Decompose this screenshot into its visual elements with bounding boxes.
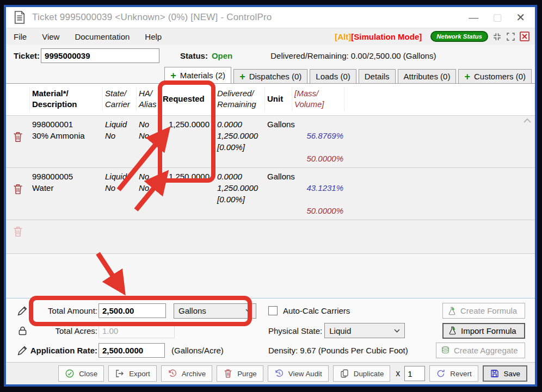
cell-requested[interactable]: 1,250.0000 (161, 171, 215, 216)
trash-icon (223, 369, 233, 378)
tab-loads-label: Loads (0) (316, 72, 350, 81)
total-amount-unit-select[interactable]: Gallons (174, 303, 256, 319)
compress-icon[interactable] (492, 32, 502, 41)
duplicate-button[interactable]: Duplicate (333, 365, 391, 382)
total-acres-input (98, 323, 175, 338)
save-label: Save (504, 370, 520, 378)
plus-icon: + (239, 73, 245, 80)
col-header-ha-alias: HA/ Alias (137, 87, 161, 111)
physical-state-select[interactable]: Liquid (324, 323, 405, 338)
menu-help[interactable]: Help (145, 32, 162, 41)
revert-button[interactable]: Revert (429, 365, 478, 382)
duplicate-multiplier-label: x (396, 369, 400, 378)
minimize-button[interactable]: — (469, 13, 478, 22)
ticket-header-row: Ticket: Status: Open Delivered/Remaining… (6, 45, 535, 67)
delivered-remaining-text: Delivered/Remaining: 0.00/2,500.00 (Gall… (270, 51, 436, 60)
flask-import-icon (448, 326, 457, 335)
aggregate-stack-icon (441, 346, 450, 356)
create-aggregate-label: Create Aggregate (454, 346, 518, 355)
table-empty-space (6, 253, 535, 298)
import-formula-button[interactable]: Import Formula (442, 323, 525, 339)
cell-unit: Gallons (265, 119, 292, 164)
density-text: Density: 9.67 (Pounds Per Cubic Foot) (268, 346, 408, 355)
export-button[interactable]: Export (108, 365, 157, 382)
document-icon (14, 10, 26, 24)
plus-icon: + (464, 73, 470, 80)
create-formula-label: Create Formula (460, 306, 517, 315)
close-panel-icon[interactable] (520, 32, 529, 41)
cell-mass-volume: 56.8769% 50.0000% (292, 119, 344, 164)
col-header-material: Material*/ Description (30, 87, 103, 111)
scroll-up-icon[interactable] (523, 118, 532, 123)
edit-pencil-icon (17, 305, 33, 316)
duplicate-count-input[interactable] (404, 366, 425, 381)
tab-attributes[interactable]: Attributes (0) (398, 69, 457, 83)
application-rate-input[interactable] (98, 343, 165, 358)
cell-state-carrier: Liquid No (103, 119, 137, 164)
menu-file[interactable]: File (14, 32, 27, 41)
menu-view[interactable]: View (42, 32, 59, 41)
cell-ha-alias: No No (137, 171, 161, 216)
close-window-button[interactable]: ✕ (516, 13, 525, 22)
delete-row-icon[interactable] (13, 131, 23, 143)
view-audit-button[interactable]: View Audit (268, 365, 329, 382)
total-acres-label: Total Acres: (33, 326, 97, 335)
cell-material: 998000005 Water (30, 171, 103, 216)
menu-bar: File View Documentation Help [Alt] [Simu… (6, 28, 535, 45)
total-amount-input[interactable] (98, 303, 166, 318)
volume-percent: 50.0000% (306, 206, 343, 215)
chevron-down-icon (394, 329, 400, 333)
archive-label: Archive (182, 370, 206, 378)
tab-details[interactable]: Details (359, 69, 396, 83)
import-formula-label: Import Formula (461, 326, 516, 335)
tab-materials[interactable]: + Materials (2) (164, 67, 231, 83)
revert-label: Revert (450, 370, 471, 378)
cell-state-carrier: Liquid No (103, 171, 137, 216)
expand-icon[interactable] (506, 32, 515, 41)
check-circle-icon (65, 369, 75, 378)
revert-icon (436, 369, 446, 378)
auto-calc-carriers-label: Auto-Calc Carriers (283, 306, 350, 315)
cell-delivered-remaining: 0.0000 1,250.0000 [0.00%] (215, 171, 265, 216)
export-label: Export (129, 370, 150, 378)
cell-requested[interactable]: 1,250.0000 (161, 119, 215, 164)
mass-percent: 43.1231% (306, 183, 343, 192)
close-button[interactable]: Close (58, 365, 104, 382)
delete-row-icon (13, 226, 23, 238)
network-status-badge[interactable]: Network Status (430, 31, 488, 42)
col-header-state-carrier: State/ Carrier (103, 87, 137, 111)
tab-strip: + Materials (2) + Dispatches (0) Loads (… (6, 67, 535, 83)
archive-button[interactable]: Archive (161, 365, 212, 382)
tab-loads[interactable]: Loads (0) (310, 69, 356, 83)
tab-customers[interactable]: + Customers (0) (458, 69, 532, 83)
row-filler (344, 119, 535, 164)
duplicate-label: Duplicate (354, 370, 384, 378)
tab-dispatches-label: Dispatches (0) (249, 72, 302, 81)
create-formula-button: Create Formula (442, 303, 525, 319)
menu-documentation[interactable]: Documentation (75, 32, 130, 41)
auto-calc-carriers-checkbox[interactable] (268, 306, 278, 315)
delete-row-icon[interactable] (13, 183, 23, 195)
table-row: 998000005 Water Liquid No No No 1,250.00… (6, 167, 535, 220)
physical-state-label: Physical State: (268, 326, 322, 335)
tab-details-label: Details (365, 72, 390, 81)
row-filler (344, 171, 535, 216)
tab-dispatches[interactable]: + Dispatches (0) (233, 69, 307, 83)
maximize-button[interactable]: ▢ (492, 13, 502, 22)
col-header-delivered-remaining: Delivered/ Remaining (215, 87, 265, 111)
plus-icon: + (170, 72, 176, 79)
total-amount-label: Total Amount: (33, 306, 97, 315)
empty-material-row (6, 220, 535, 253)
floppy-save-icon (490, 369, 500, 378)
mass-percent: 56.8769% (306, 131, 343, 140)
purge-button[interactable]: Purge (217, 365, 263, 382)
unit-selected-value: Gallons (178, 306, 206, 315)
tab-customers-label: Customers (0) (474, 72, 526, 81)
controlpro-window: Ticket 9995000039 <Unknown> (0%) [NEW] -… (4, 5, 537, 387)
flask-plus-icon (447, 306, 457, 316)
status-label: Status: (180, 51, 208, 60)
application-rate-unit: (Gallons/Acre) (171, 346, 224, 355)
save-button[interactable]: Save (483, 365, 527, 382)
ticket-number-input[interactable] (41, 48, 159, 63)
cell-mass-volume: 43.1231% 50.0000% (292, 171, 344, 216)
